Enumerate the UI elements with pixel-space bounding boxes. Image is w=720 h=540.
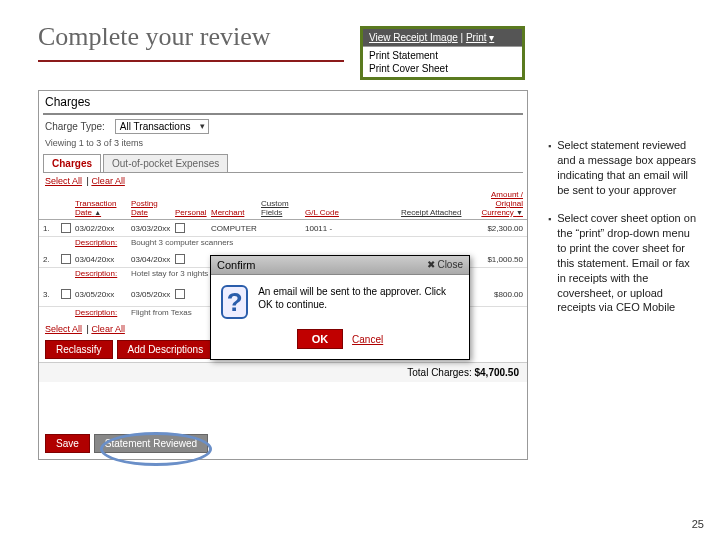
print-dropdown-header: View Receipt Image | Print ▾: [363, 29, 522, 47]
cell-pdate: 03/03/20xx: [131, 224, 175, 233]
row-num: 3.: [43, 290, 61, 299]
cell-amount: $1,000.50: [469, 255, 523, 264]
personal-checkbox[interactable]: [175, 289, 185, 299]
dialog-titlebar: Confirm ✖ Close: [211, 256, 469, 275]
title-underline: [38, 60, 344, 62]
dialog-body: ? An email will be sent to the approver.…: [211, 275, 469, 329]
close-button[interactable]: ✖ Close: [427, 259, 463, 271]
total-value: $4,700.50: [475, 367, 520, 378]
tab-charges[interactable]: Charges: [43, 154, 101, 172]
table-header: Transaction Date ▲ Posting Date Personal…: [39, 189, 527, 220]
filter-row: Charge Type: All Transactions: [39, 115, 527, 138]
col-gl-code[interactable]: G/L Code: [305, 209, 349, 218]
reclassify-button[interactable]: Reclassify: [45, 340, 113, 359]
charge-type-select[interactable]: All Transactions: [115, 119, 210, 134]
row-checkbox[interactable]: [61, 254, 71, 264]
select-row-top: Select All | Clear All: [39, 173, 527, 189]
print-menu-item[interactable]: Print Cover Sheet: [369, 62, 516, 75]
cancel-link[interactable]: Cancel: [352, 334, 383, 345]
ok-button[interactable]: OK: [297, 329, 344, 349]
table-row: 1. 03/02/20xx 03/03/20xx COMPUTER 10011 …: [39, 220, 527, 237]
cell-gl: 10011 -: [305, 224, 349, 233]
dialog-title: Confirm: [217, 259, 256, 271]
view-receipt-link[interactable]: View Receipt Image: [369, 32, 458, 43]
charge-type-label: Charge Type:: [45, 121, 105, 132]
cell-tdate: 03/04/20xx: [75, 255, 131, 264]
slide-bullets: Select statement reviewed and a message …: [548, 138, 698, 329]
save-button[interactable]: Save: [45, 434, 90, 453]
sort-desc-icon: [516, 208, 523, 217]
dialog-message: An email will be sent to the approver. C…: [258, 285, 459, 311]
page-number: 25: [692, 518, 704, 530]
cell-merchant: COMPUTER: [211, 224, 261, 233]
add-descriptions-button[interactable]: Add Descriptions: [117, 340, 215, 359]
cell-amount: $800.00: [469, 290, 523, 299]
cell-pdate: 03/05/20xx: [131, 290, 175, 299]
col-merchant[interactable]: Merchant: [211, 209, 261, 218]
tabs: Charges Out-of-pocket Expenses: [43, 154, 523, 173]
col-personal[interactable]: Personal: [175, 209, 211, 218]
print-menu: Print Statement Print Cover Sheet: [363, 47, 522, 77]
desc-text: Bought 3 computer scanners: [131, 238, 523, 247]
bullet-item: Select cover sheet option on the “print”…: [548, 211, 698, 315]
clear-all-link[interactable]: Clear All: [91, 176, 125, 186]
viewing-count: Viewing 1 to 3 of 3 items: [39, 138, 527, 152]
desc-label: Description:: [75, 238, 131, 247]
confirm-dialog: Confirm ✖ Close ? An email will be sent …: [210, 255, 470, 360]
desc-row: Description:Bought 3 computer scanners: [39, 237, 527, 251]
total-label: Total Charges:: [407, 367, 471, 378]
personal-checkbox[interactable]: [175, 254, 185, 264]
chevron-down-icon[interactable]: ▾: [489, 32, 494, 43]
col-amount[interactable]: Amount / Original Currency: [469, 191, 523, 217]
row-num: 1.: [43, 224, 61, 233]
col-transaction-date[interactable]: Transaction Date ▲: [75, 200, 131, 218]
select-all-link[interactable]: Select All: [45, 324, 82, 334]
print-menu-item[interactable]: Print Statement: [369, 49, 516, 62]
col-receipt[interactable]: Receipt Attached: [401, 208, 469, 217]
col-posting-date[interactable]: Posting Date: [131, 200, 175, 218]
cell-tdate: 03/02/20xx: [75, 224, 131, 233]
dialog-actions: OK Cancel: [211, 329, 469, 359]
row-num: 2.: [43, 255, 61, 264]
total-row: Total Charges: $4,700.50: [39, 362, 527, 382]
slide-title: Complete your review: [38, 22, 271, 52]
highlight-ellipse: [100, 432, 212, 466]
row-checkbox[interactable]: [61, 223, 71, 233]
select-all-link[interactable]: Select All: [45, 176, 82, 186]
personal-checkbox[interactable]: [175, 223, 185, 233]
sort-asc-icon: ▲: [94, 209, 101, 216]
tab-oop[interactable]: Out-of-pocket Expenses: [103, 154, 228, 172]
question-icon: ?: [221, 285, 248, 319]
desc-label: Description:: [75, 308, 131, 317]
col-custom-fields[interactable]: Custom Fields: [261, 199, 305, 217]
desc-label: Description:: [75, 269, 131, 278]
cell-tdate: 03/05/20xx: [75, 290, 131, 299]
bullet-item: Select statement reviewed and a message …: [548, 138, 698, 197]
print-dropdown-callout: View Receipt Image | Print ▾ Print State…: [360, 26, 525, 80]
clear-all-link[interactable]: Clear All: [91, 324, 125, 334]
print-link[interactable]: Print: [466, 32, 487, 43]
cell-amount: $2,300.00: [469, 224, 523, 233]
cell-pdate: 03/04/20xx: [131, 255, 175, 264]
panel-title: Charges: [39, 91, 527, 113]
row-checkbox[interactable]: [61, 289, 71, 299]
